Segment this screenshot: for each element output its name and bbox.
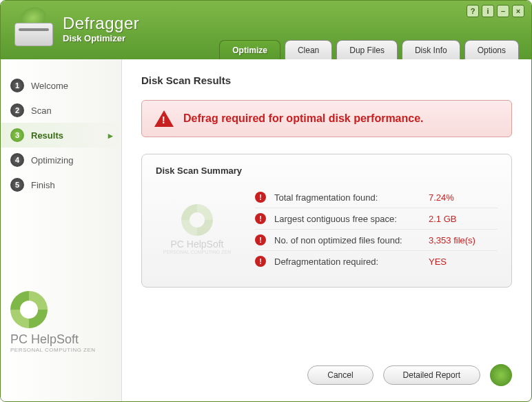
app-title-block: Defragger Disk Optimizer — [63, 14, 139, 43]
tab-dupfiles[interactable]: Dup Files — [336, 40, 398, 59]
row-label: Largest contiguous free space: — [274, 214, 429, 224]
step-label: Optimizing — [31, 155, 73, 165]
step-number: 3 — [10, 128, 24, 142]
watermark-logo: PC HelpSoft PERSONAL COMPUTING ZEN — [156, 204, 238, 254]
footer-buttons: Cancel Detailed Report — [307, 364, 512, 386]
row-nonoptimized: ! No. of non optimized files found: 3,35… — [255, 230, 498, 251]
tab-optimize[interactable]: Optimize — [219, 40, 280, 59]
warning-icon — [154, 110, 174, 127]
sidebar: 1 Welcome 2 Scan 3 Results 4 Optimizing … — [1, 59, 122, 401]
step-label: Results — [31, 130, 63, 141]
row-defragrequired: ! Defragmentation required: YES — [255, 251, 498, 272]
step-welcome[interactable]: 1 Welcome — [1, 73, 121, 98]
step-number: 5 — [10, 178, 24, 192]
step-label: Scan — [31, 105, 52, 116]
step-finish[interactable]: 5 Finish — [1, 172, 121, 197]
step-scan[interactable]: 2 Scan — [1, 98, 121, 123]
summary-rows: ! Total fragmentation found: 7.24% ! Lar… — [255, 187, 498, 272]
error-icon: ! — [255, 192, 266, 203]
row-label: No. of non optimized files found: — [274, 235, 429, 245]
step-number: 4 — [10, 153, 24, 167]
alert-text: Defrag required for optimal disk perform… — [183, 112, 424, 125]
error-icon: ! — [255, 256, 266, 267]
body: 1 Welcome 2 Scan 3 Results 4 Optimizing … — [1, 59, 531, 401]
row-freespace: ! Largest contiguous free space: 2.1 GB — [255, 208, 498, 230]
close-button[interactable]: × — [512, 5, 524, 17]
info-button[interactable]: i — [482, 5, 494, 17]
brand-logo: PC HelpSoft PERSONAL COMPUTING ZEN — [10, 291, 112, 353]
detailed-report-button[interactable]: Detailed Report — [383, 365, 480, 385]
tabs: Optimize Clean Dup Files Disk Info Optio… — [219, 40, 519, 59]
summary-title: Disk Scan Summary — [156, 165, 498, 176]
error-icon: ! — [255, 213, 266, 224]
watermark-name: PC HelpSoft — [170, 239, 223, 250]
tab-diskinfo[interactable]: Disk Info — [402, 40, 460, 59]
help-button[interactable]: ? — [467, 5, 479, 17]
brand-tagline: PERSONAL COMPUTING ZEN — [10, 347, 96, 353]
alert-banner: Defrag required for optimal disk perform… — [141, 100, 512, 137]
page-title: Disk Scan Results — [141, 74, 512, 86]
row-value: 3,353 file(s) — [429, 235, 498, 245]
tab-options[interactable]: Options — [464, 40, 519, 59]
swirl-icon — [181, 204, 213, 236]
row-value: YES — [429, 257, 498, 267]
titlebar-buttons: ? i – × — [467, 5, 524, 17]
go-button[interactable] — [490, 364, 512, 386]
row-label: Defragmentation required: — [274, 257, 429, 267]
step-number: 2 — [10, 103, 24, 117]
header: ? i – × Defragger Disk Optimizer Optimiz… — [1, 1, 531, 59]
brand-name: PC HelpSoft — [10, 332, 79, 347]
step-label: Finish — [31, 180, 55, 190]
app-subtitle: Disk Optimizer — [63, 33, 139, 43]
minimize-button[interactable]: – — [497, 5, 509, 17]
sidebar-footer: PC HelpSoft PERSONAL COMPUTING ZEN — [1, 277, 121, 401]
watermark-tagline: PERSONAL COMPUTING ZEN — [163, 250, 232, 254]
app-icon — [14, 10, 53, 46]
row-value: 2.1 GB — [429, 214, 498, 224]
step-results[interactable]: 3 Results — [1, 123, 121, 148]
cancel-button[interactable]: Cancel — [307, 365, 373, 385]
app-title: Defragger — [63, 14, 139, 33]
summary-panel: Disk Scan Summary PC HelpSoft PERSONAL C… — [141, 154, 512, 288]
step-label: Welcome — [31, 81, 68, 91]
content: Disk Scan Results Defrag required for op… — [122, 59, 531, 401]
row-fragmentation: ! Total fragmentation found: 7.24% — [255, 187, 498, 208]
row-label: Total fragmentation found: — [274, 192, 429, 203]
swirl-icon — [10, 291, 48, 328]
step-number: 1 — [10, 79, 24, 92]
tab-clean[interactable]: Clean — [285, 40, 332, 59]
error-icon: ! — [255, 234, 266, 245]
row-value: 7.24% — [429, 192, 498, 203]
step-optimizing[interactable]: 4 Optimizing — [1, 148, 121, 172]
